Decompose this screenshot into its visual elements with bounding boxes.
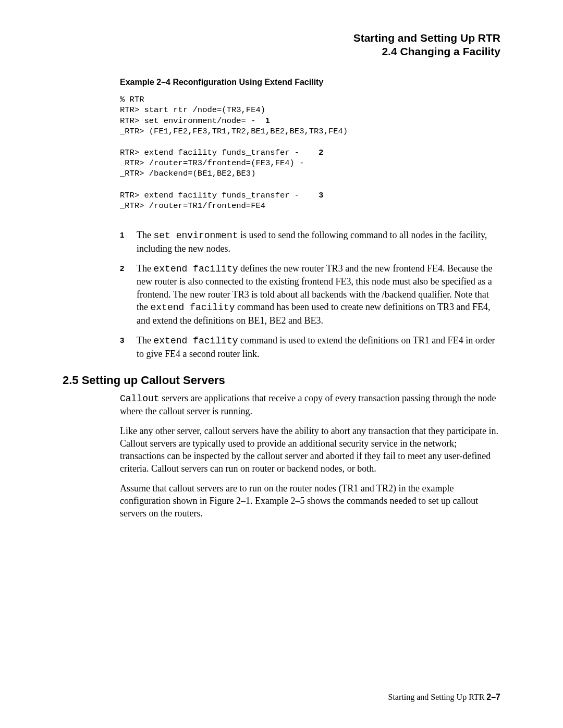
code-block: % RTR RTR> start rtr /node=(TR3,FE4) RTR… <box>120 94 500 212</box>
paragraph-1: Callout servers are applications that re… <box>120 392 500 418</box>
page: Starting and Setting Up RTR 2.4 Changing… <box>0 0 563 728</box>
code-callout-1: 1 <box>265 116 270 125</box>
explanation-list: 1 The set environment is used to send th… <box>120 229 500 360</box>
example-caption: Example 2–4 Reconfiguration Using Extend… <box>120 78 500 87</box>
code-line: RTR> extend facility funds_transfer - <box>120 191 319 200</box>
code-line: _RTR> /router=TR3/frontend=(FE3,FE4) - <box>120 158 304 168</box>
page-header: Starting and Setting Up RTR 2.4 Changing… <box>63 31 500 59</box>
page-number: 2–7 <box>486 693 500 701</box>
code-callout-2: 2 <box>319 147 323 156</box>
paragraph-3: Assume that callout servers are to run o… <box>120 483 500 520</box>
header-line-2: 2.4 Changing a Facility <box>63 45 500 58</box>
exp-body: The extend facility command is used to e… <box>137 334 500 360</box>
code-line: RTR> start rtr /node=(TR3,FE4) <box>120 105 265 115</box>
section-heading: 2.5 Setting up Callout Servers <box>63 374 500 387</box>
code-line: RTR> set environment/node= - <box>120 116 265 126</box>
exp-num: 2 <box>120 262 127 327</box>
exp-code: extend facility <box>153 336 238 346</box>
exp-num: 3 <box>120 334 127 360</box>
code-callout-3: 3 <box>319 190 323 199</box>
paragraph-2: Like any other server, callout servers h… <box>120 425 500 475</box>
exp-text: The <box>137 230 153 240</box>
explanation-item-2: 2 The extend facility defines the new ro… <box>120 262 500 327</box>
para-code: Callout <box>120 393 160 404</box>
explanation-item-3: 3 The extend facility command is used to… <box>120 334 500 360</box>
exp-body: The extend facility defines the new rout… <box>137 262 500 327</box>
code-line: RTR> extend facility funds_transfer - <box>120 148 319 157</box>
footer-label: Starting and Setting Up RTR <box>388 693 486 701</box>
header-line-1: Starting and Setting Up RTR <box>63 31 500 45</box>
para-text: servers are applications that receive a … <box>120 393 496 416</box>
exp-body: The set environment is used to send the … <box>137 229 500 255</box>
code-line: _RTR> (FE1,FE2,FE3,TR1,TR2,BE1,BE2,BE3,T… <box>120 127 348 136</box>
code-line: % RTR <box>120 95 144 104</box>
exp-text: The <box>137 335 153 346</box>
exp-code: set environment <box>153 230 238 241</box>
exp-code: extend facility <box>153 264 238 274</box>
page-footer: Starting and Setting Up RTR 2–7 <box>388 693 500 702</box>
exp-text: The <box>137 263 153 274</box>
exp-num: 1 <box>120 229 127 255</box>
code-line: _RTR> /backend=(BE1,BE2,BE3) <box>120 169 255 178</box>
code-line: _RTR> /router=TR1/frontend=FE4 <box>120 201 265 211</box>
explanation-item-1: 1 The set environment is used to send th… <box>120 229 500 255</box>
exp-code: extend facility <box>151 302 235 313</box>
